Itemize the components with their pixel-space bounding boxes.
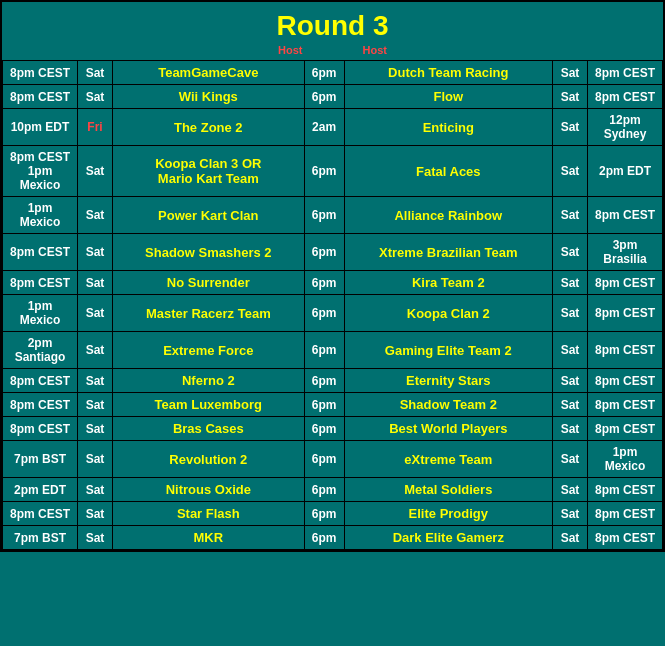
- team-left: Team Luxemborg: [113, 393, 305, 417]
- day-right: Sat: [553, 502, 588, 526]
- team-right: Shadow Team 2: [344, 393, 552, 417]
- table-row: 8pm CESTSatTeam Luxemborg6pmShadow Team …: [3, 393, 663, 417]
- day-left: Sat: [78, 393, 113, 417]
- table-row: 8pm CEST1pm MexicoSatKoopa Clan 3 ORMari…: [3, 146, 663, 197]
- day-right: Sat: [553, 271, 588, 295]
- table-row: 2pm SantiagoSatExtreme Force6pmGaming El…: [3, 332, 663, 369]
- main-container: Round 3 Host Host 8pm CESTSatTeamGameCav…: [0, 0, 665, 552]
- day-right: Sat: [553, 146, 588, 197]
- team-right: Flow: [344, 85, 552, 109]
- table-row: 2pm EDTSatNitrous Oxide6pmMetal Soldiers…: [3, 478, 663, 502]
- team-left: TeamGameCave: [113, 61, 305, 85]
- team-left: Master Racerz Team: [113, 295, 305, 332]
- day-left: Sat: [78, 478, 113, 502]
- time-left: 8pm CEST: [3, 61, 78, 85]
- time-right: 8pm CEST: [588, 526, 663, 550]
- team-left: Koopa Clan 3 ORMario Kart Team: [113, 146, 305, 197]
- day-right: Sat: [553, 61, 588, 85]
- team-right: Dark Elite Gamerz: [344, 526, 552, 550]
- time-right: 8pm CEST: [588, 369, 663, 393]
- time-right: 8pm CEST: [588, 61, 663, 85]
- team-left: Star Flash: [113, 502, 305, 526]
- day-left: Sat: [78, 417, 113, 441]
- time-left: 8pm CEST: [3, 417, 78, 441]
- time-left: 8pm CEST: [3, 393, 78, 417]
- table-row: 8pm CESTSatShadow Smashers 26pmXtreme Br…: [3, 234, 663, 271]
- team-right: Metal Soldiers: [344, 478, 552, 502]
- team-right: Best World Players: [344, 417, 552, 441]
- team-right: Koopa Clan 2: [344, 295, 552, 332]
- day-left: Sat: [78, 234, 113, 271]
- day-right: Sat: [553, 85, 588, 109]
- subtitle-row: Host Host: [2, 44, 663, 60]
- team-right: Dutch Team Racing: [344, 61, 552, 85]
- vs-time: 6pm: [304, 478, 344, 502]
- team-left: Bras Cases: [113, 417, 305, 441]
- table-row: 10pm EDTFriThe Zone 22amEnticingSat12pm …: [3, 109, 663, 146]
- page-title: Round 3: [2, 2, 663, 44]
- team-left: Power Kart Clan: [113, 197, 305, 234]
- time-right: 12pm Sydney: [588, 109, 663, 146]
- team-left: No Surrender: [113, 271, 305, 295]
- time-right: 8pm CEST: [588, 295, 663, 332]
- time-left: 8pm CEST: [3, 234, 78, 271]
- team-left: Shadow Smashers 2: [113, 234, 305, 271]
- day-left: Sat: [78, 61, 113, 85]
- host-left-label: Host: [278, 44, 302, 56]
- team-right: eXtreme Team: [344, 441, 552, 478]
- time-right: 8pm CEST: [588, 502, 663, 526]
- team-left: Extreme Force: [113, 332, 305, 369]
- time-right: 8pm CEST: [588, 197, 663, 234]
- team-left: The Zone 2: [113, 109, 305, 146]
- day-left: Sat: [78, 441, 113, 478]
- vs-time: 6pm: [304, 61, 344, 85]
- time-right: 2pm EDT: [588, 146, 663, 197]
- team-left: Nitrous Oxide: [113, 478, 305, 502]
- time-right: 8pm CEST: [588, 271, 663, 295]
- vs-time: 6pm: [304, 85, 344, 109]
- time-left: 1pm Mexico: [3, 197, 78, 234]
- day-left: Sat: [78, 85, 113, 109]
- day-left: Sat: [78, 197, 113, 234]
- day-right: Sat: [553, 109, 588, 146]
- team-right: Fatal Aces: [344, 146, 552, 197]
- team-right: Elite Prodigy: [344, 502, 552, 526]
- table-row: 1pm MexicoSatPower Kart Clan6pmAlliance …: [3, 197, 663, 234]
- team-left: Wii Kings: [113, 85, 305, 109]
- table-row: 8pm CESTSatBras Cases6pmBest World Playe…: [3, 417, 663, 441]
- team-right: Alliance Rainbow: [344, 197, 552, 234]
- vs-time: 6pm: [304, 197, 344, 234]
- vs-time: 6pm: [304, 271, 344, 295]
- day-right: Sat: [553, 234, 588, 271]
- day-right: Sat: [553, 369, 588, 393]
- table-row: 8pm CESTSatStar Flash6pmElite ProdigySat…: [3, 502, 663, 526]
- table-row: 8pm CESTSatNo Surrender6pmKira Team 2Sat…: [3, 271, 663, 295]
- time-right: 8pm CEST: [588, 85, 663, 109]
- day-left: Sat: [78, 146, 113, 197]
- table-row: 8pm CESTSatTeamGameCave6pmDutch Team Rac…: [3, 61, 663, 85]
- time-left: 1pm Mexico: [3, 295, 78, 332]
- time-left: 8pm CEST1pm Mexico: [3, 146, 78, 197]
- table-row: 7pm BSTSatRevolution 26pmeXtreme TeamSat…: [3, 441, 663, 478]
- table-row: 7pm BSTSatMKR6pmDark Elite GamerzSat8pm …: [3, 526, 663, 550]
- day-left: Sat: [78, 502, 113, 526]
- day-right: Sat: [553, 441, 588, 478]
- day-left: Sat: [78, 369, 113, 393]
- vs-time: 6pm: [304, 502, 344, 526]
- table-row: 8pm CESTSatWii Kings6pmFlowSat8pm CEST: [3, 85, 663, 109]
- time-right: 1pm Mexico: [588, 441, 663, 478]
- day-right: Sat: [553, 526, 588, 550]
- time-left: 8pm CEST: [3, 271, 78, 295]
- table-row: 1pm MexicoSatMaster Racerz Team6pmKoopa …: [3, 295, 663, 332]
- time-left: 8pm CEST: [3, 85, 78, 109]
- time-left: 8pm CEST: [3, 369, 78, 393]
- team-right: Xtreme Brazilian Team: [344, 234, 552, 271]
- vs-time: 6pm: [304, 234, 344, 271]
- team-right: Kira Team 2: [344, 271, 552, 295]
- vs-time: 6pm: [304, 146, 344, 197]
- day-left: Sat: [78, 271, 113, 295]
- host-right-label: Host: [363, 44, 387, 56]
- time-right: 8pm CEST: [588, 417, 663, 441]
- vs-time: 2am: [304, 109, 344, 146]
- vs-time: 6pm: [304, 295, 344, 332]
